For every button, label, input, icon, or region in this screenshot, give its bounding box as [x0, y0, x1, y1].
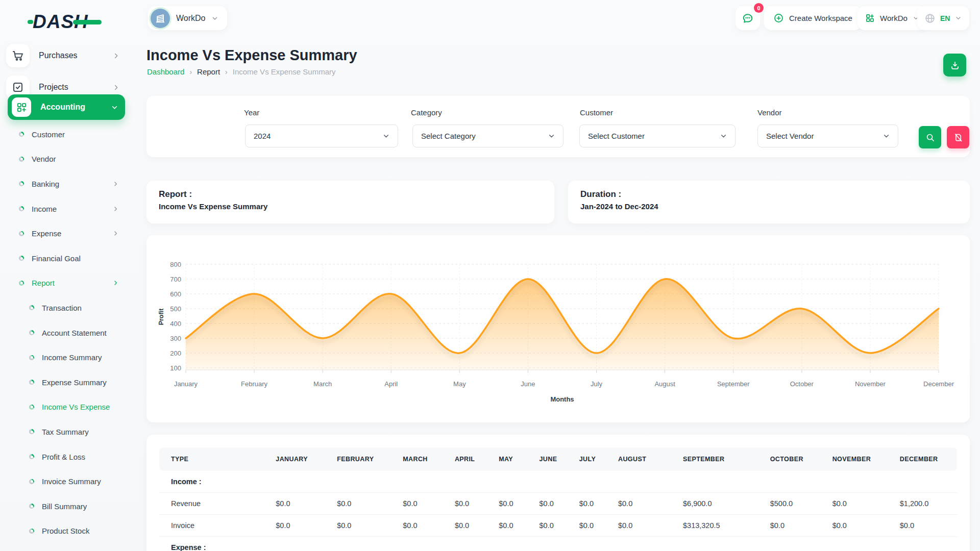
apply-filter-button[interactable]: [919, 126, 941, 148]
report-card-value: Income Vs Expense Summary: [159, 202, 542, 211]
chevron-right-icon: [112, 83, 120, 92]
page-title: Income Vs Expense Summary: [146, 47, 357, 64]
sidebar-item-cash-flow[interactable]: Cash Flow: [0, 543, 134, 551]
logo-accent-dot: [28, 20, 33, 24]
svg-text:Profit: Profit: [158, 308, 165, 325]
reset-filter-button[interactable]: [947, 126, 969, 148]
cell-value: $0.0: [391, 493, 443, 515]
grid-plus-icon: [12, 97, 31, 117]
sidebar-item-accounting-active[interactable]: Accounting: [8, 94, 125, 120]
income-expense-table: TYPEJANUARYFEBRUARYMARCHAPRILMAYJUNEJULY…: [159, 447, 957, 551]
svg-text:May: May: [453, 380, 466, 388]
chevron-down-icon: [211, 14, 219, 22]
bullet-icon: [29, 479, 34, 484]
sidebar-item-bill-summary[interactable]: Bill Summary: [0, 494, 134, 519]
chevron-right-icon: [112, 230, 119, 237]
selected-value: Select Customer: [588, 132, 645, 140]
cell-value: $6,900.0: [671, 493, 758, 515]
sidebar-item-financial-goal[interactable]: Financial Goal: [0, 246, 134, 271]
sidebar-item-label: Income: [32, 205, 112, 213]
table-header-july: JULY: [568, 447, 606, 471]
sidebar-item-label: Projects: [39, 83, 112, 92]
sidebar-item-purchases[interactable]: Purchases: [6, 40, 128, 71]
report-summary-card: Report : Income Vs Expense Summary: [146, 181, 554, 223]
svg-text:September: September: [717, 380, 750, 388]
duration-card-value: Jan-2024 to Dec-2024: [580, 202, 958, 211]
year-select[interactable]: 2024: [245, 124, 398, 147]
cell-value: $0.0: [568, 493, 606, 515]
row-label: Invoice: [159, 515, 264, 537]
table-header-march: MARCH: [391, 447, 443, 471]
svg-text:500: 500: [170, 305, 181, 313]
sidebar-item-tax-summary[interactable]: Tax Summary: [0, 419, 134, 444]
bullet-icon: [29, 429, 34, 434]
breadcrumb-dashboard[interactable]: Dashboard: [147, 67, 184, 76]
download-button[interactable]: [943, 54, 966, 77]
sidebar-item-vendor[interactable]: Vendor: [0, 147, 134, 172]
table-header-august: AUGUST: [606, 447, 671, 471]
cell-value: $0.0: [568, 515, 606, 537]
sidebar-item-customer[interactable]: Customer: [0, 122, 134, 147]
customer-select[interactable]: Select Customer: [579, 124, 736, 147]
workspace-avatar: [151, 9, 170, 28]
workspace-button[interactable]: WorkDo: [148, 6, 227, 30]
sidebar-item-income-summary[interactable]: Income Summary: [0, 345, 134, 370]
sidebar-item-product-stock[interactable]: Product Stock: [0, 519, 134, 544]
bullet-icon: [29, 405, 34, 410]
section-label: Income :: [159, 471, 957, 493]
svg-text:Months: Months: [550, 395, 574, 403]
bullet-icon: [19, 231, 24, 236]
bullet-icon: [19, 132, 24, 137]
chevron-down-icon: [882, 132, 891, 140]
sidebar-item-banking[interactable]: Banking: [0, 171, 134, 196]
table-row: Invoice$0.0$0.0$0.0$0.0$0.0$0.0$0.0$0.0$…: [159, 515, 957, 537]
breadcrumb-report[interactable]: Report: [197, 67, 220, 76]
svg-text:400: 400: [170, 320, 181, 328]
sidebar-item-label: Invoice Summary: [42, 477, 134, 486]
cell-value: $1,200.0: [888, 493, 957, 515]
sidebar-item-transaction[interactable]: Transaction: [0, 295, 134, 320]
bullet-icon: [19, 181, 24, 186]
create-workspace-button[interactable]: Create Workspace: [764, 6, 862, 30]
sidebar-item-report[interactable]: Report: [0, 271, 134, 296]
bullet-icon: [19, 157, 24, 162]
cell-value: $500.0: [758, 493, 821, 515]
svg-text:700: 700: [170, 276, 181, 283]
svg-text:200: 200: [170, 349, 181, 357]
cell-value: $0.0: [487, 515, 527, 537]
table-header-january: JANUARY: [264, 447, 325, 471]
svg-text:January: January: [174, 380, 198, 388]
workspace-switcher[interactable]: WorkDo: [857, 6, 927, 30]
sidebar-item-invoice-summary[interactable]: Invoice Summary: [0, 469, 134, 494]
sidebar-item-income[interactable]: Income: [0, 196, 134, 221]
sidebar-item-label: Tax Summary: [42, 428, 134, 436]
vendor-select[interactable]: Select Vendor: [757, 124, 898, 147]
plus-circle-icon: [773, 13, 784, 23]
chevron-right-icon: [112, 52, 120, 60]
cell-value: $0.0: [888, 515, 957, 537]
sidebar-item-profit-loss[interactable]: Profit & Loss: [0, 444, 134, 469]
cell-value: $0.0: [264, 515, 325, 537]
reset-icon: [953, 133, 963, 142]
app-logo[interactable]: DASH: [33, 11, 88, 33]
svg-text:August: August: [654, 380, 675, 388]
cell-value: $0.0: [325, 493, 391, 515]
sidebar-item-label: Financial Goal: [32, 254, 134, 263]
svg-text:November: November: [855, 380, 886, 388]
sidebar-item-label: Income Vs Expense: [42, 403, 134, 411]
messages-button[interactable]: 0: [736, 6, 760, 30]
sidebar-item-expense[interactable]: Expense: [0, 221, 134, 246]
income-vs-expense-chart: 800700600500400300200100JanuaryFebruaryM…: [146, 235, 970, 422]
table-header-april: APRIL: [443, 447, 487, 471]
sidebar-item-account-statement[interactable]: Account Statement: [0, 320, 134, 345]
duration-card-title: Duration :: [580, 189, 958, 199]
cell-value: $0.0: [325, 515, 391, 537]
category-select[interactable]: Select Category: [412, 124, 564, 147]
sidebar-item-expense-summary[interactable]: Expense Summary: [0, 370, 134, 395]
language-selector[interactable]: EN: [917, 6, 969, 30]
duration-summary-card: Duration : Jan-2024 to Dec-2024: [568, 181, 970, 223]
cell-value: $0.0: [528, 493, 568, 515]
table-header-june: JUNE: [528, 447, 568, 471]
table-header-october: OCTOBER: [758, 447, 821, 471]
sidebar-item-income-vs-expense[interactable]: Income Vs Expense: [0, 395, 134, 420]
